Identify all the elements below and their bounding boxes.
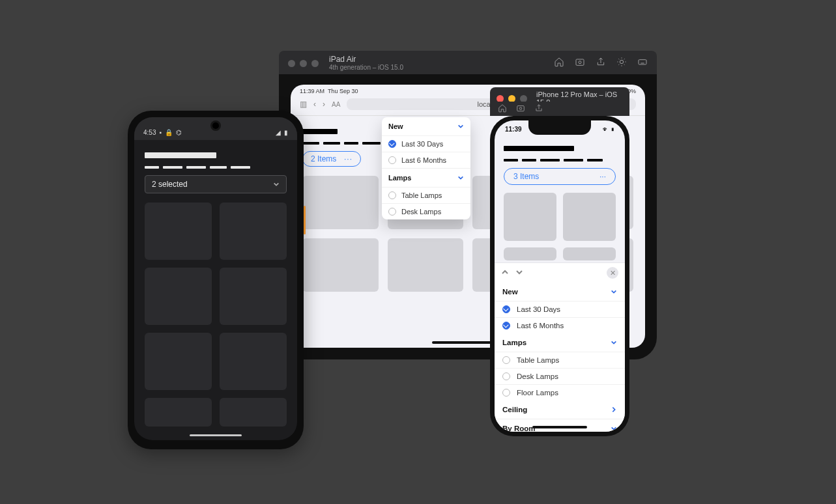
home-icon[interactable] <box>498 104 507 114</box>
prev-icon[interactable] <box>501 268 509 277</box>
filter-group-title: New <box>388 122 403 130</box>
close-dot[interactable] <box>288 60 295 67</box>
ipad-status-date: Thu Sep 30 <box>328 88 358 94</box>
android-page-content: 2 selected <box>134 140 297 436</box>
filter-group-title: By Room <box>502 425 535 432</box>
filter-option-label: Last 30 Days <box>517 305 560 313</box>
grid-item[interactable] <box>302 176 379 229</box>
grid-item[interactable] <box>145 333 212 390</box>
filter-pill[interactable]: 3 Items ··· <box>504 168 616 185</box>
filter-option-label: Desk Lamps <box>517 372 558 380</box>
filter-select[interactable]: 2 selected <box>145 175 287 193</box>
filter-group-lamps[interactable]: Lamps <box>495 333 625 352</box>
iphone-status-time: 11:39 <box>505 126 522 133</box>
filter-group-new[interactable]: New <box>495 283 625 301</box>
home-icon[interactable] <box>554 57 564 70</box>
svg-point-1 <box>579 61 581 64</box>
grid-item[interactable] <box>563 193 616 241</box>
minimize-dot[interactable] <box>300 60 307 67</box>
filter-option[interactable]: Last 30 Days <box>382 135 470 152</box>
chevron-down-icon <box>457 123 464 130</box>
filter-group-by-room[interactable]: By Room <box>495 419 625 432</box>
debug-icon: ⌬ <box>176 129 182 136</box>
filter-group-title: New <box>502 288 518 296</box>
filter-option[interactable]: Last 6 Months <box>495 317 625 333</box>
grid-item[interactable] <box>504 193 556 241</box>
filter-group-lamps[interactable]: Lamps <box>382 168 470 187</box>
radio-icon <box>502 389 510 397</box>
filter-group-title: Lamps <box>502 339 526 346</box>
more-icon: ··· <box>599 172 606 181</box>
filter-option[interactable]: Desk Lamps <box>495 368 625 384</box>
android-screen: 4:53 ▪ 🔒 ⌬ ◢ ▮ 2 selected <box>134 117 297 440</box>
window-traffic-lights[interactable] <box>288 60 319 67</box>
grid-item[interactable] <box>563 247 616 260</box>
chevron-right-icon <box>611 406 617 413</box>
zoom-dot[interactable] <box>311 60 319 67</box>
grid-item[interactable] <box>220 268 287 325</box>
next-icon[interactable] <box>515 268 523 277</box>
home-indicator[interactable] <box>190 434 242 436</box>
radio-checked-icon <box>388 140 396 148</box>
chevron-down-icon <box>611 288 617 295</box>
ipad-device-subtitle: 4th generation – iOS 15.0 <box>329 64 547 72</box>
chevron-down-icon <box>273 181 280 188</box>
chevron-down-icon <box>457 175 464 181</box>
filter-group-title: Lamps <box>388 174 411 182</box>
status-indicators: ᯤ ▮ <box>603 126 614 133</box>
appearance-icon[interactable] <box>616 57 627 70</box>
filter-group-new[interactable]: New <box>382 117 470 135</box>
forward-icon[interactable]: › <box>323 100 325 109</box>
redacted-heading <box>302 129 338 134</box>
filter-popover: New Last 30 Days Last 6 Months Lamps Tab… <box>382 117 470 219</box>
minimize-dot[interactable] <box>508 95 515 102</box>
filter-bottom-sheet: ✕ New Last 30 Days Last 6 Months Lamps T… <box>495 262 625 432</box>
sidebar-toggle-icon[interactable]: ▥ <box>300 100 307 109</box>
zoom-dot[interactable] <box>520 95 527 102</box>
filter-option[interactable]: Table Lamps <box>495 352 625 368</box>
filter-group-ceiling[interactable]: Ceiling <box>495 400 625 419</box>
iphone-device-frame: 11:39 ᯤ ▮ 3 Items ··· <box>490 116 629 436</box>
back-icon[interactable]: ‹ <box>313 100 316 109</box>
grid-item[interactable] <box>220 398 287 427</box>
power-button[interactable] <box>304 206 306 234</box>
filter-option-label: Table Lamps <box>401 191 442 199</box>
screenshot-icon[interactable] <box>516 104 525 114</box>
redacted-subnav <box>145 166 287 169</box>
close-sheet-button[interactable]: ✕ <box>607 267 618 279</box>
filter-select-label: 2 selected <box>152 180 188 189</box>
grid-item[interactable] <box>388 238 464 292</box>
filter-pill[interactable]: 2 Items ··· <box>302 151 361 167</box>
close-dot[interactable] <box>497 95 504 102</box>
grid-item[interactable] <box>504 247 556 260</box>
grid-item[interactable] <box>220 333 287 390</box>
keyboard-icon[interactable] <box>637 57 648 70</box>
screenshot-icon[interactable] <box>575 57 585 70</box>
text-size-icon[interactable]: AA <box>332 101 340 108</box>
svg-rect-0 <box>576 59 584 65</box>
radio-icon <box>502 356 510 364</box>
grid-item[interactable] <box>145 268 212 325</box>
radio-checked-icon <box>502 322 510 329</box>
grid-item[interactable] <box>220 203 287 260</box>
product-grid <box>145 203 287 427</box>
share-icon[interactable] <box>534 104 543 114</box>
grid-item[interactable] <box>145 398 212 427</box>
window-traffic-lights[interactable] <box>497 95 527 102</box>
front-camera <box>212 122 219 129</box>
notification-icon: ▪ <box>159 129 162 136</box>
iphone-page-content: 3 Items ··· <box>495 133 625 260</box>
filter-option[interactable]: Table Lamps <box>382 187 470 203</box>
filter-option[interactable]: Desk Lamps <box>382 203 470 219</box>
android-status-time: 4:53 <box>143 129 156 136</box>
filter-option[interactable]: Floor Lamps <box>495 384 625 400</box>
share-icon[interactable] <box>596 57 606 70</box>
grid-item[interactable] <box>145 203 212 260</box>
home-indicator[interactable] <box>532 426 587 428</box>
filter-option[interactable]: Last 30 Days <box>495 301 625 317</box>
radio-icon <box>388 208 396 216</box>
redacted-heading <box>504 146 574 151</box>
signal-icon: ◢ <box>276 129 281 136</box>
filter-option[interactable]: Last 6 Months <box>382 152 470 168</box>
grid-item[interactable] <box>302 238 379 292</box>
